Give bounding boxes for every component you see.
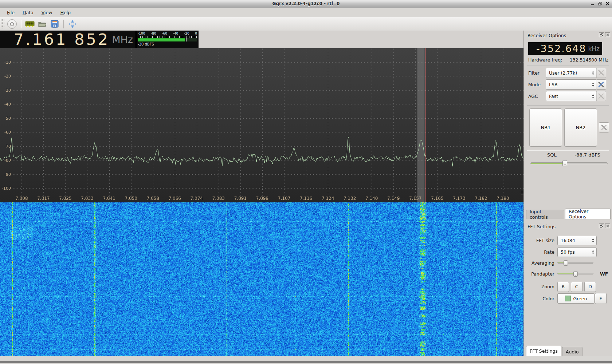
signal-meter: -100 -80 -60 -40 -20 0 -20 dBFS <box>136 31 199 48</box>
separator <box>527 105 609 106</box>
open-file-button[interactable] <box>37 19 48 29</box>
agc-select[interactable]: Fast <box>546 91 597 101</box>
gqrx-window: Gqrx v2.2.0-4-g12c0 - rtl=0 File Data Vi… <box>0 0 612 364</box>
fft-zoom-label: Zoom <box>524 284 557 289</box>
menubar: File Data View Help <box>0 8 612 17</box>
fft-rate-select[interactable]: 50 fps <box>557 248 597 257</box>
right-panel: Receiver Options -352.648 kHz Hardware f… <box>523 31 612 356</box>
meter-fill <box>138 38 185 41</box>
offset-frequency-display[interactable]: -352.648 kHz <box>528 42 602 55</box>
receiver-options-title: Receiver Options <box>527 33 566 38</box>
waterfall-display[interactable] <box>0 202 523 356</box>
dock-close-button[interactable] <box>605 32 610 37</box>
tools-icon <box>601 124 607 130</box>
mode-label: Mode <box>528 82 546 87</box>
zoom-reset-button[interactable]: R <box>557 282 569 292</box>
zoom-demod-button[interactable]: D <box>584 282 596 292</box>
meter-tick: -40 <box>173 32 178 35</box>
menu-file[interactable]: File <box>3 9 19 16</box>
color-value: Green <box>573 296 587 301</box>
save-icon <box>51 20 59 28</box>
fft-color-label: Color <box>524 296 557 301</box>
spinner-arrows-icon[interactable] <box>592 80 594 89</box>
menu-data[interactable]: Data <box>19 9 38 16</box>
mode-value: LSB <box>549 82 557 87</box>
frequency-unit: MHz <box>112 34 133 45</box>
toolbar-separator <box>63 20 64 28</box>
color-select[interactable]: Green <box>557 293 595 304</box>
dock-tabbar-bottom: FFT Settings Audio <box>526 346 611 356</box>
dock-close-button[interactable] <box>605 223 610 228</box>
meter-tick: 0 <box>195 32 197 35</box>
spinner-arrows-icon[interactable] <box>592 236 594 245</box>
close-icon <box>606 33 609 36</box>
tab-audio[interactable]: Audio <box>562 347 582 356</box>
tools-icon <box>598 70 604 76</box>
filter-label: Filter <box>528 70 546 76</box>
frequency-value[interactable]: 7.161 852 <box>13 31 110 47</box>
lcd-row: 7.161 852 MHz -100 -80 -60 -40 -20 0 -20… <box>0 31 523 48</box>
agc-options-button[interactable] <box>596 91 606 101</box>
toolbar-drag-handle[interactable] <box>1 19 4 29</box>
dock-float-button[interactable] <box>599 223 604 228</box>
close-button[interactable] <box>605 1 611 6</box>
mode-options-button[interactable] <box>596 79 606 90</box>
fill-button[interactable]: F <box>595 293 607 304</box>
offset-value[interactable]: -352.648 <box>536 43 586 54</box>
float-icon <box>600 225 603 228</box>
fft-size-select[interactable]: 16384 <box>557 236 597 245</box>
dock-float-button[interactable] <box>599 32 604 37</box>
hardware-freq-value: 132.514500 MHz <box>570 57 608 63</box>
window-title: Gqrx v2.2.0-4-g12c0 - rtl=0 <box>0 1 612 6</box>
pandapter-spectrum[interactable] <box>0 48 523 202</box>
filter-options-button[interactable] <box>596 68 606 78</box>
power-icon <box>7 19 17 29</box>
tab-receiver-options[interactable]: Receiver Options <box>565 209 611 219</box>
restore-icon <box>598 2 602 5</box>
io-devices-button[interactable] <box>24 19 35 29</box>
spinner-arrows-icon[interactable] <box>592 91 594 101</box>
tab-fft-settings[interactable]: FFT Settings <box>526 346 561 356</box>
color-swatch <box>565 296 571 301</box>
tab-input-controls[interactable]: Input controls <box>526 210 564 219</box>
open-folder-icon <box>38 20 47 28</box>
toolbar <box>0 17 612 31</box>
mode-select[interactable]: LSB <box>546 79 597 90</box>
close-icon <box>606 225 609 228</box>
pandapter-label: Pandapter <box>524 271 557 277</box>
agc-label: AGC <box>528 94 546 99</box>
minimize-button[interactable] <box>590 1 595 6</box>
meter-tick: -100 <box>138 32 145 35</box>
window-titlebar[interactable]: Gqrx v2.2.0-4-g12c0 - rtl=0 <box>0 0 612 8</box>
save-file-button[interactable] <box>49 19 60 29</box>
menu-help[interactable]: Help <box>56 9 75 16</box>
float-icon <box>600 33 603 36</box>
start-dsp-button[interactable] <box>7 19 17 29</box>
meter-bar <box>138 38 197 41</box>
spinner-arrows-icon[interactable] <box>592 68 594 78</box>
frequency-display[interactable]: 7.161 852 MHz <box>0 31 136 48</box>
statusbar <box>0 356 612 364</box>
agc-value: Fast <box>549 94 558 99</box>
fft-size-label: FFT size <box>524 238 557 243</box>
nb2-label: NB2 <box>576 125 586 130</box>
nb-options-button[interactable] <box>599 122 609 132</box>
pan-mode-button[interactable] <box>67 19 78 29</box>
wf-label: WF <box>600 271 608 277</box>
restore-button[interactable] <box>597 1 603 6</box>
minimize-icon <box>591 2 595 5</box>
pandapter-slider[interactable] <box>557 271 593 277</box>
fft-rate-value: 50 fps <box>561 249 575 255</box>
separator <box>527 150 609 150</box>
fft-size-value: 16384 <box>561 238 575 243</box>
zoom-center-button[interactable]: C <box>571 282 582 292</box>
menu-view[interactable]: View <box>38 9 56 16</box>
averaging-slider[interactable] <box>557 260 593 266</box>
squelch-slider[interactable] <box>530 160 608 166</box>
spinner-arrows-icon[interactable] <box>592 248 594 257</box>
meter-scale: -100 -80 -60 -40 -20 0 <box>138 32 197 35</box>
nb2-button[interactable]: NB2 <box>564 108 597 147</box>
statusbar-groove <box>0 361 612 363</box>
filter-select[interactable]: User (2.77k) <box>546 68 597 78</box>
nb1-button[interactable]: NB1 <box>529 108 562 147</box>
